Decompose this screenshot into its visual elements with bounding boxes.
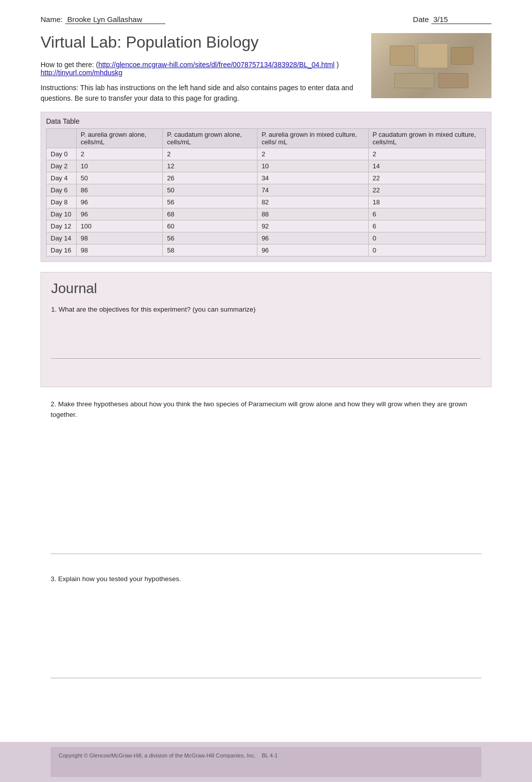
question-1: 1. What are the objectives for this expe…	[51, 305, 481, 315]
table-cell-value: 10	[77, 160, 163, 172]
table-cell-value: 96	[77, 208, 163, 220]
table-cell-day: Day 12	[47, 220, 77, 232]
table-row: Day 02222	[47, 148, 486, 160]
col-header-p-aurelia-mixed: P. aurelia grown in mixed culture, cells…	[257, 129, 369, 148]
table-cell-value: 18	[368, 196, 485, 208]
instructions-text: Instructions: This lab has instructions …	[41, 83, 361, 104]
table-cell-value: 58	[163, 244, 257, 256]
table-cell-value: 26	[163, 172, 257, 184]
table-cell-value: 34	[257, 172, 369, 184]
data-table-label: Data Table	[46, 117, 486, 125]
table-cell-value: 2	[77, 148, 163, 160]
table-cell-value: 100	[77, 220, 163, 232]
table-cell-value: 22	[368, 172, 485, 184]
table-cell-value: 2	[163, 148, 257, 160]
question-2: 2. Make three hypotheses about how you t…	[51, 399, 481, 420]
table-cell-value: 0	[368, 232, 485, 244]
table-row: Day 210121014	[47, 160, 486, 172]
table-cell-value: 6	[368, 208, 485, 220]
table-cell-value: 50	[77, 172, 163, 184]
bottom-bar-text: Copyright © Glencoe/McGraw-Hill, a divis…	[59, 752, 473, 759]
table-row: Day 450263422	[47, 172, 486, 184]
table-cell-value: 0	[368, 244, 485, 256]
question-3: 3. Explain how you tested your hypothese…	[51, 574, 481, 584]
bottom-bar-inner: Copyright © Glencoe/McGraw-Hill, a divis…	[51, 747, 481, 777]
table-cell-day: Day 2	[47, 160, 77, 172]
col-header-p-aurelia-alone: P. aurelia grown alone, cells/mL	[77, 129, 163, 148]
table-cell-value: 74	[257, 184, 369, 196]
lab-link-1[interactable]: http://glencoe.mcgraw-hill.com/sites/dl/…	[98, 61, 335, 69]
page-title: Virtual Lab: Population Biology	[41, 33, 361, 52]
table-cell-value: 10	[257, 160, 369, 172]
journal-title: Journal	[51, 281, 481, 297]
table-cell-value: 14	[368, 160, 485, 172]
table-cell-day: Day 0	[47, 148, 77, 160]
table-cell-value: 96	[257, 244, 369, 256]
table-cell-value: 6	[368, 220, 485, 232]
table-cell-value: 50	[163, 184, 257, 196]
table-cell-day: Day 4	[47, 172, 77, 184]
table-cell-value: 56	[163, 232, 257, 244]
date-value: 3/15	[431, 15, 491, 24]
table-row: Day 149856960	[47, 232, 486, 244]
data-table: P. aurelia grown alone, cells/mL P. caud…	[46, 128, 486, 256]
journal-section: Journal 1. What are the objectives for t…	[41, 272, 491, 387]
table-cell-value: 92	[257, 220, 369, 232]
name-value: Brooke Lyn Gallashaw	[65, 15, 165, 24]
table-row: Day 1210060926	[47, 220, 486, 232]
table-row: Day 896568218	[47, 196, 486, 208]
how-to-get: How to get there: (http://glencoe.mcgraw…	[41, 61, 361, 77]
table-cell-value: 60	[163, 220, 257, 232]
col-header-p-caudatum-mixed: P caudatum grown in mixed culture, cells…	[368, 129, 485, 148]
data-table-section: Data Table P. aurelia grown alone, cells…	[41, 112, 491, 262]
lab-link-2[interactable]: http://tinyurl.com/mhduskg	[41, 69, 122, 77]
col-header-p-caudatum-alone: P. caudatum grown alone, cells/mL	[163, 129, 257, 148]
bottom-bar: Copyright © Glencoe/McGraw-Hill, a divis…	[0, 742, 532, 782]
answer-space-1	[51, 319, 481, 359]
table-cell-value: 96	[77, 196, 163, 208]
answer-space-3	[51, 588, 481, 678]
table-cell-value: 22	[368, 184, 485, 196]
table-row: Day 686507422	[47, 184, 486, 196]
table-cell-value: 2	[368, 148, 485, 160]
table-row: Day 169858960	[47, 244, 486, 256]
table-cell-value: 98	[77, 244, 163, 256]
table-cell-day: Day 16	[47, 244, 77, 256]
table-cell-value: 98	[77, 232, 163, 244]
table-cell-day: Day 8	[47, 196, 77, 208]
date-label: Date	[413, 15, 429, 24]
table-cell-value: 96	[257, 232, 369, 244]
table-cell-value: 88	[257, 208, 369, 220]
table-row: Day 109668886	[47, 208, 486, 220]
question-block-3: 3. Explain how you tested your hypothese…	[51, 574, 481, 678]
lab-image	[371, 33, 491, 98]
main-content: 2. Make three hypotheses about how you t…	[41, 399, 491, 678]
table-cell-day: Day 14	[47, 232, 77, 244]
col-header-day	[47, 129, 77, 148]
question-block-2: 2. Make three hypotheses about how you t…	[51, 399, 481, 554]
table-cell-value: 2	[257, 148, 369, 160]
question-block-1: 1. What are the objectives for this expe…	[51, 305, 481, 359]
table-cell-day: Day 6	[47, 184, 77, 196]
name-label: Name:	[41, 15, 63, 24]
answer-space-2	[51, 424, 481, 554]
table-cell-day: Day 10	[47, 208, 77, 220]
table-cell-value: 86	[77, 184, 163, 196]
table-cell-value: 68	[163, 208, 257, 220]
table-cell-value: 12	[163, 160, 257, 172]
table-cell-value: 82	[257, 196, 369, 208]
table-cell-value: 56	[163, 196, 257, 208]
